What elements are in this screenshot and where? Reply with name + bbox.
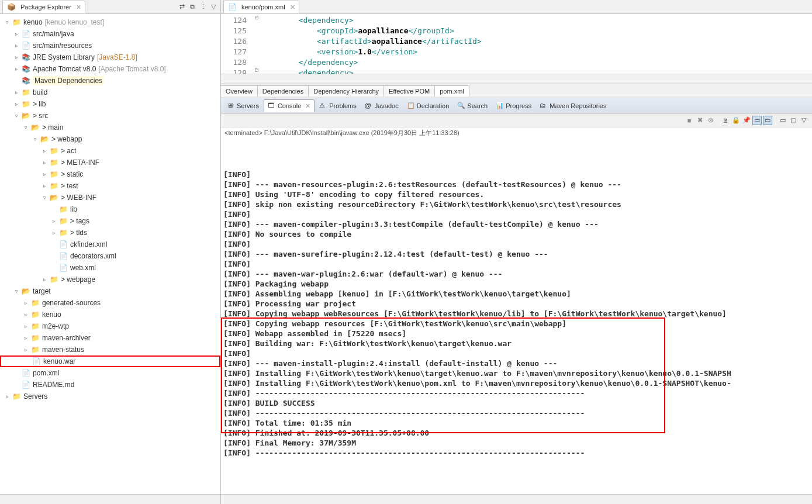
- tree-item[interactable]: ▹📁build: [0, 87, 220, 98]
- view-menu-icon[interactable]: ▽: [209, 2, 218, 12]
- menu-icon[interactable]: ▽: [799, 116, 808, 125]
- tree-item[interactable]: 📄ckfinder.xml: [0, 239, 220, 250]
- tree-item[interactable]: ▹📁> lib: [0, 98, 220, 110]
- tab-overview[interactable]: Overview: [220, 85, 258, 96]
- console-output[interactable]: [INFO][INFO] --- maven-resources-plugin:…: [221, 139, 812, 494]
- console-line: [INFO] Webapp assembled in [75220 msecs]: [223, 329, 810, 339]
- link-editor-icon[interactable]: ⧉: [188, 2, 197, 12]
- package-explorer-tab[interactable]: 📦 Package Explorer ✕: [2, 1, 85, 13]
- close-icon[interactable]: ✕: [305, 102, 310, 110]
- code-content[interactable]: <dependency> <groupId>aopalliance</group…: [262, 14, 812, 74]
- source-folder-icon: 📄: [21, 41, 30, 50]
- editor-scrollbar-h[interactable]: [221, 74, 812, 84]
- tree-item[interactable]: 📄web.xml: [0, 262, 220, 274]
- library-icon: 📚: [21, 53, 30, 62]
- remove-all-icon[interactable]: ⊗: [706, 116, 715, 125]
- pin-console-icon[interactable]: 📌: [742, 116, 751, 125]
- filter-icon[interactable]: ⋮: [198, 2, 208, 12]
- tree-item[interactable]: ▹📁> static: [0, 168, 220, 180]
- close-icon[interactable]: ✕: [290, 4, 295, 11]
- console-line: [INFO]: [223, 170, 810, 179]
- tab-console[interactable]: 🗔Console✕: [264, 99, 315, 112]
- editor-tab[interactable]: 📄 kenuo/pom.xml ✕: [223, 1, 299, 13]
- tab-search[interactable]: 🔍Search: [454, 100, 491, 112]
- servers-node[interactable]: ▹📁Servers: [0, 391, 220, 402]
- folder-open-icon: 📂: [30, 123, 40, 132]
- console-line: [INFO] Installing F:\GitWork\testWork\ke…: [223, 368, 810, 378]
- console-line: [INFO] Packaging webapp: [223, 279, 810, 289]
- tab-declaration[interactable]: 📋Declaration: [403, 100, 453, 112]
- console-line: [INFO] ---------------------------------…: [223, 408, 810, 418]
- tab-maven-repos[interactable]: 🗂Maven Repositories: [536, 100, 610, 112]
- tree-item[interactable]: ▹📁> META-INF: [0, 157, 220, 168]
- tab-effective-pom[interactable]: Effective POM: [383, 85, 435, 96]
- folder-open-icon: 📂: [21, 286, 30, 296]
- javadoc-icon: @: [365, 102, 373, 110]
- min-icon[interactable]: ▭: [778, 116, 787, 125]
- max-icon[interactable]: ▢: [789, 116, 798, 125]
- tree-item[interactable]: ▹📚JRE System Library[JavaSE-1.8]: [0, 51, 220, 63]
- project-tree[interactable]: ▿📁kenuo[kenuo kenuo_test] ▹📄src/main/jav…: [0, 14, 220, 494]
- project-node[interactable]: ▿📁kenuo[kenuo kenuo_test]: [0, 16, 220, 28]
- tree-item[interactable]: 📄decorators.xml: [0, 250, 220, 262]
- package-icon: 📦: [6, 2, 16, 12]
- kenuo-war-file[interactable]: 📄kenuo.war: [0, 355, 220, 367]
- right-panel: 📄 kenuo/pom.xml ✕ 124125126127128129 ⊟⊟ …: [221, 0, 812, 504]
- tree-item[interactable]: ▹📁> tags: [0, 215, 220, 227]
- tree-item[interactable]: 📚Maven Dependencies: [0, 75, 220, 87]
- tree-item[interactable]: ▿📂target: [0, 285, 220, 297]
- folder-icon: 📁: [12, 392, 21, 401]
- tree-item[interactable]: ▹📁> act: [0, 145, 220, 157]
- file-icon: 📄: [32, 357, 41, 366]
- terminate-icon[interactable]: ■: [685, 116, 694, 125]
- line-numbers: 124125126127128129: [221, 14, 251, 74]
- tree-item[interactable]: ▹📚Apache Tomcat v8.0[Apache Tomcat v8.0]: [0, 63, 220, 75]
- close-icon[interactable]: ✕: [76, 4, 81, 11]
- tree-item[interactable]: 📄README.md: [0, 379, 220, 391]
- tree-item[interactable]: ▹📁> tlds: [0, 227, 220, 239]
- tree-item[interactable]: ▹📁maven-status: [0, 344, 220, 355]
- tree-item[interactable]: ▹📄src/main/resources: [0, 40, 220, 51]
- tree-item[interactable]: 📄pom.xml: [0, 367, 220, 379]
- display-selected-icon[interactable]: ▭: [752, 116, 762, 125]
- remove-launch-icon[interactable]: ✖: [695, 116, 704, 125]
- fold-column[interactable]: ⊟⊟: [251, 14, 262, 74]
- folder-icon: 📁: [30, 298, 40, 308]
- console-line: [INFO] ---------------------------------…: [223, 448, 810, 458]
- open-console-icon[interactable]: ▭: [763, 116, 772, 125]
- tree-item[interactable]: ▹📁> test: [0, 180, 220, 192]
- tab-javadoc[interactable]: @Javadoc: [361, 100, 402, 112]
- tree-item[interactable]: ▿📂> main: [0, 122, 220, 133]
- tab-problems[interactable]: ⚠Problems: [316, 100, 360, 112]
- tree-item[interactable]: ▿📂> WEB-INF: [0, 192, 220, 203]
- folder-icon: 📁: [49, 170, 58, 179]
- clear-console-icon[interactable]: 🗎: [721, 116, 730, 125]
- console-line: [INFO]: [223, 259, 810, 269]
- tree-item[interactable]: ▹📄src/main/java: [0, 28, 220, 40]
- tree-item[interactable]: ▿📂> src: [0, 110, 220, 122]
- console-toolbar: ■ ✖ ⊗ 🗎 🔒 📌 ▭ ▭ ▭ ▢ ▽: [221, 113, 812, 127]
- tab-servers[interactable]: 🖥Servers: [223, 100, 262, 112]
- tab-progress[interactable]: 📊Progress: [492, 100, 535, 112]
- code-editor[interactable]: 124125126127128129 ⊟⊟ <dependency> <grou…: [221, 14, 812, 74]
- maven-file-icon: 📄: [227, 2, 237, 12]
- console-scrollbar-h[interactable]: [221, 494, 812, 504]
- tab-dependencies[interactable]: Dependencies: [257, 85, 309, 96]
- scroll-lock-icon[interactable]: 🔒: [731, 116, 741, 125]
- scrollbar-horizontal[interactable]: [0, 494, 220, 504]
- tab-dep-hierarchy[interactable]: Dependency Hierarchy: [308, 85, 384, 96]
- collapse-all-icon[interactable]: ⇄: [177, 2, 186, 12]
- tree-item[interactable]: ▹📁> webpage: [0, 274, 220, 285]
- tree-item[interactable]: ▹📁generated-sources: [0, 297, 220, 309]
- xml-file-icon: 📄: [21, 368, 30, 378]
- tab-pom-xml[interactable]: pom.xml: [434, 85, 469, 96]
- tree-item[interactable]: ▹📁kenuo: [0, 309, 220, 320]
- folder-icon: 📁: [49, 275, 58, 284]
- tree-item[interactable]: ▿📂> webapp: [0, 133, 220, 145]
- tree-item[interactable]: ▹📁maven-archiver: [0, 332, 220, 344]
- tree-item[interactable]: ▹📁m2e-wtp: [0, 320, 220, 332]
- problems-icon: ⚠: [319, 102, 327, 110]
- tree-item[interactable]: 📁lib: [0, 203, 220, 215]
- console-line: [INFO] Assembling webapp [kenuo] in [F:\…: [223, 289, 810, 299]
- library-icon: 📚: [21, 76, 30, 85]
